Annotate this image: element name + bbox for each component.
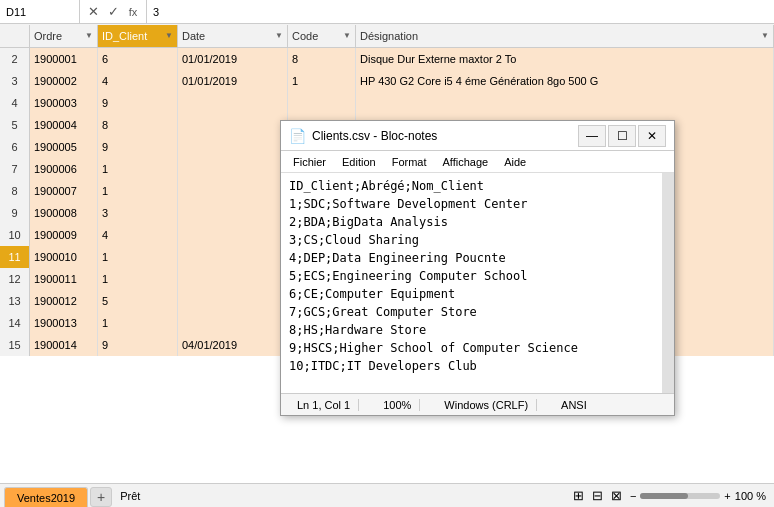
cell-ordre[interactable]: 1900003 bbox=[30, 92, 98, 114]
cell-desig[interactable] bbox=[356, 92, 774, 114]
col-filter-arrow-4[interactable]: ▼ bbox=[343, 31, 351, 40]
cell-idclient[interactable]: 1 bbox=[98, 268, 178, 290]
formula-input[interactable] bbox=[147, 0, 774, 23]
cell-date[interactable] bbox=[178, 158, 288, 180]
minimize-btn[interactable]: — bbox=[578, 125, 606, 147]
insert-function-btn[interactable]: fx bbox=[124, 3, 142, 21]
cell-idclient[interactable]: 4 bbox=[98, 224, 178, 246]
cell-ordre[interactable]: 1900002 bbox=[30, 70, 98, 92]
cell-ordre[interactable]: 1900005 bbox=[30, 136, 98, 158]
cell-reference[interactable]: D11 bbox=[0, 0, 80, 23]
cell-idclient[interactable]: 9 bbox=[98, 136, 178, 158]
cell-idclient[interactable]: 8 bbox=[98, 114, 178, 136]
cell-date[interactable] bbox=[178, 114, 288, 136]
cell-date[interactable] bbox=[178, 224, 288, 246]
view-icon-break[interactable]: ⊠ bbox=[611, 488, 622, 503]
cell-idclient[interactable]: 1 bbox=[98, 312, 178, 334]
formula-bar: D11 ✕ ✓ fx bbox=[0, 0, 774, 24]
cell-ordre[interactable]: 1900008 bbox=[30, 202, 98, 224]
view-icon-page[interactable]: ⊟ bbox=[592, 488, 603, 503]
row-number: 4 bbox=[0, 92, 30, 114]
cell-idclient[interactable]: 1 bbox=[98, 246, 178, 268]
zoom-out-btn[interactable]: − bbox=[630, 490, 636, 502]
table-row[interactable]: 4 1900003 9 bbox=[0, 92, 774, 114]
cell-ordre[interactable]: 1900006 bbox=[30, 158, 98, 180]
menu-item-format[interactable]: Format bbox=[384, 154, 435, 170]
cell-idclient[interactable]: 1 bbox=[98, 180, 178, 202]
cursor-position: Ln 1, Col 1 bbox=[289, 399, 359, 411]
col-header-idclient[interactable]: ID_Client ▼ bbox=[98, 25, 178, 47]
maximize-btn[interactable]: ☐ bbox=[608, 125, 636, 147]
cell-ordre[interactable]: 1900007 bbox=[30, 180, 98, 202]
cell-date[interactable]: 01/01/2019 bbox=[178, 70, 288, 92]
cell-ordre[interactable]: 1900012 bbox=[30, 290, 98, 312]
cell-idclient[interactable]: 4 bbox=[98, 70, 178, 92]
cell-ordre[interactable]: 1900009 bbox=[30, 224, 98, 246]
zoom-slider[interactable] bbox=[640, 493, 720, 499]
tab-area: Ventes2019 + bbox=[0, 484, 112, 507]
row-number: 15 bbox=[0, 334, 30, 356]
cell-ordre[interactable]: 1900004 bbox=[30, 114, 98, 136]
cell-ordre[interactable]: 1900010 bbox=[30, 246, 98, 268]
col-header-desig[interactable]: Désignation ▼ bbox=[356, 25, 774, 47]
col-header-date[interactable]: Date ▼ bbox=[178, 25, 288, 47]
cell-code[interactable]: 1 bbox=[288, 70, 356, 92]
cell-idclient[interactable]: 3 bbox=[98, 202, 178, 224]
notepad-icon: 📄 bbox=[289, 128, 306, 144]
zoom-in-btn[interactable]: + bbox=[724, 490, 730, 502]
cell-ordre[interactable]: 1900001 bbox=[30, 48, 98, 70]
cell-ordre[interactable]: 1900011 bbox=[30, 268, 98, 290]
cell-date[interactable]: 04/01/2019 bbox=[178, 334, 288, 356]
col-filter-arrow[interactable]: ▼ bbox=[85, 31, 93, 40]
status-right: ⊞ ⊟ ⊠ − + 100 % bbox=[573, 488, 774, 503]
zoom-percent: 100 % bbox=[735, 490, 766, 502]
cell-code[interactable] bbox=[288, 92, 356, 114]
menu-item-fichier[interactable]: Fichier bbox=[285, 154, 334, 170]
cell-date[interactable] bbox=[178, 290, 288, 312]
cell-idclient[interactable]: 9 bbox=[98, 334, 178, 356]
cell-idclient[interactable]: 5 bbox=[98, 290, 178, 312]
row-num-corner bbox=[0, 25, 30, 47]
cell-date[interactable] bbox=[178, 202, 288, 224]
cancel-formula-btn[interactable]: ✕ bbox=[84, 3, 102, 21]
view-icon-normal[interactable]: ⊞ bbox=[573, 488, 584, 503]
confirm-formula-btn[interactable]: ✓ bbox=[104, 3, 122, 21]
col-header-code[interactable]: Code ▼ bbox=[288, 25, 356, 47]
cell-date[interactable] bbox=[178, 312, 288, 334]
notepad-title-text: Clients.csv - Bloc-notes bbox=[312, 129, 437, 143]
row-number: 7 bbox=[0, 158, 30, 180]
cell-idclient[interactable]: 9 bbox=[98, 92, 178, 114]
col-filter-arrow-2[interactable]: ▼ bbox=[165, 31, 173, 40]
col-filter-arrow-3[interactable]: ▼ bbox=[275, 31, 283, 40]
notepad-statusbar: Ln 1, Col 1 100% Windows (CRLF) ANSI bbox=[281, 393, 674, 415]
cell-ordre[interactable]: 1900013 bbox=[30, 312, 98, 334]
cell-idclient[interactable]: 1 bbox=[98, 158, 178, 180]
row-number: 6 bbox=[0, 136, 30, 158]
sheet-tab-ventes2019[interactable]: Ventes2019 bbox=[4, 487, 88, 507]
cell-desig[interactable]: Disque Dur Externe maxtor 2 To bbox=[356, 48, 774, 70]
cell-date[interactable] bbox=[178, 136, 288, 158]
row-number: 12 bbox=[0, 268, 30, 290]
table-row[interactable]: 3 1900002 4 01/01/2019 1 HP 430 G2 Core … bbox=[0, 70, 774, 92]
menu-item-edition[interactable]: Edition bbox=[334, 154, 384, 170]
cell-date[interactable] bbox=[178, 246, 288, 268]
cell-code[interactable]: 8 bbox=[288, 48, 356, 70]
cell-date[interactable] bbox=[178, 268, 288, 290]
cell-ordre[interactable]: 1900014 bbox=[30, 334, 98, 356]
menu-item-aide[interactable]: Aide bbox=[496, 154, 534, 170]
line-ending: Windows (CRLF) bbox=[436, 399, 537, 411]
menu-item-affichage[interactable]: Affichage bbox=[435, 154, 497, 170]
cell-desig[interactable]: HP 430 G2 Core i5 4 éme Génération 8go 5… bbox=[356, 70, 774, 92]
col-header-ordre[interactable]: Ordre ▼ bbox=[30, 25, 98, 47]
cell-date[interactable] bbox=[178, 92, 288, 114]
table-row[interactable]: 2 1900001 6 01/01/2019 8 Disque Dur Exte… bbox=[0, 48, 774, 70]
col-filter-arrow-5[interactable]: ▼ bbox=[761, 31, 769, 40]
add-sheet-btn[interactable]: + bbox=[90, 487, 112, 507]
cell-date[interactable] bbox=[178, 180, 288, 202]
cell-idclient[interactable]: 6 bbox=[98, 48, 178, 70]
close-btn[interactable]: ✕ bbox=[638, 125, 666, 147]
notepad-content[interactable]: ID_Client;Abrégé;Nom_Client 1;SDC;Softwa… bbox=[281, 173, 674, 393]
zoom-control: − + 100 % bbox=[630, 490, 766, 502]
row-number: 2 bbox=[0, 48, 30, 70]
cell-date[interactable]: 01/01/2019 bbox=[178, 48, 288, 70]
